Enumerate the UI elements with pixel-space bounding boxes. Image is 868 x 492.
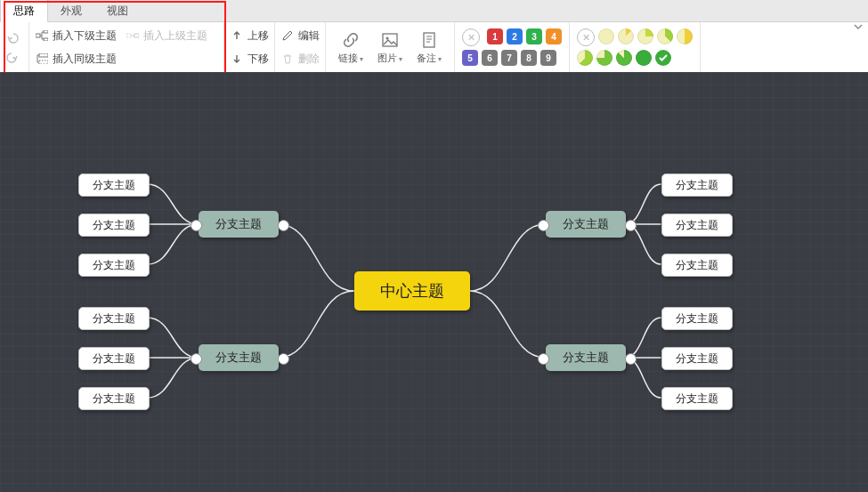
insert-parent-icon xyxy=(126,28,140,43)
collapse-handle[interactable] xyxy=(191,220,202,231)
note-label: 备注 xyxy=(417,52,436,63)
collapse-handle[interactable] xyxy=(191,353,202,365)
progress-50[interactable] xyxy=(677,28,693,44)
leaf-topic[interactable]: 分支主题 xyxy=(78,173,150,197)
trash-icon xyxy=(280,52,295,66)
image-label: 图片 xyxy=(377,52,397,63)
image-icon xyxy=(380,30,400,50)
priority-7[interactable]: 7 xyxy=(501,50,517,66)
collapse-handle[interactable] xyxy=(538,353,549,365)
insert-child-label: 插入下级主题 xyxy=(53,28,117,44)
progress-75[interactable] xyxy=(596,50,612,66)
toolbar-overflow[interactable] xyxy=(701,22,868,31)
branch-topic[interactable]: 分支主题 xyxy=(199,344,279,371)
move-down-button[interactable]: 下移 xyxy=(230,49,269,69)
leaf-topic[interactable]: 分支主题 xyxy=(661,387,733,410)
svg-point-8 xyxy=(386,36,389,39)
group-move: 上移 下移 xyxy=(224,22,275,72)
chevron-down-icon xyxy=(854,22,863,31)
insert-sibling-label: 插入同级主题 xyxy=(53,52,117,67)
group-priority: ✕ 1234 56789 xyxy=(455,22,570,72)
group-history xyxy=(0,22,29,72)
note-icon xyxy=(419,30,439,50)
edit-label: 编辑 xyxy=(298,28,320,44)
move-up-button[interactable]: 上移 xyxy=(230,26,269,45)
link-label: 链接 xyxy=(338,52,358,63)
move-down-label: 下移 xyxy=(247,52,269,67)
svg-rect-5 xyxy=(39,53,48,57)
collapse-handle[interactable] xyxy=(538,220,549,231)
collapse-handle[interactable] xyxy=(625,220,637,231)
priority-clear[interactable]: ✕ xyxy=(462,28,480,46)
leaf-topic[interactable]: 分支主题 xyxy=(78,347,150,370)
progress-done[interactable] xyxy=(655,50,671,66)
image-button[interactable]: 图片▾ xyxy=(370,26,410,69)
edit-button[interactable]: 编辑 xyxy=(280,26,320,45)
collapse-handle[interactable] xyxy=(278,353,289,365)
svg-rect-3 xyxy=(134,34,139,37)
insert-parent-button[interactable]: 插入上级主题 xyxy=(126,26,207,45)
center-topic[interactable]: 中心主题 xyxy=(354,271,470,311)
tab-style[interactable]: 外观 xyxy=(48,0,94,21)
group-insert: 插入下级主题 插入上级主题 插入同级主题 xyxy=(29,22,224,72)
leaf-topic[interactable]: 分支主题 xyxy=(78,387,150,410)
svg-rect-9 xyxy=(424,33,434,47)
pencil-icon xyxy=(280,28,295,43)
group-edit: 编辑 删除 xyxy=(275,22,326,72)
undo-icon xyxy=(5,30,20,44)
collapse-handle[interactable] xyxy=(625,353,637,365)
svg-rect-4 xyxy=(126,34,131,37)
redo-button[interactable] xyxy=(5,47,23,67)
svg-rect-6 xyxy=(39,60,48,64)
undo-button[interactable] xyxy=(5,28,23,47)
arrow-down-icon xyxy=(230,52,244,66)
note-button[interactable]: 备注▾ xyxy=(410,26,449,69)
priority-6[interactable]: 6 xyxy=(482,50,498,66)
group-attach: 链接▾ 图片▾ 备注▾ xyxy=(326,22,455,72)
mindmap-canvas[interactable]: 中心主题分支主题分支主题分支主题分支主题分支主题分支主题分支主题分支主题分支主题… xyxy=(0,72,868,492)
leaf-topic[interactable]: 分支主题 xyxy=(661,307,733,330)
leaf-topic[interactable]: 分支主题 xyxy=(661,173,733,197)
insert-parent-label: 插入上级主题 xyxy=(143,28,207,44)
delete-label: 删除 xyxy=(298,52,320,67)
insert-sibling-button[interactable]: 插入同级主题 xyxy=(35,49,218,69)
progress-25[interactable] xyxy=(637,28,653,44)
progress-100[interactable] xyxy=(636,50,652,66)
priority-3[interactable]: 3 xyxy=(526,28,542,44)
progress-62[interactable] xyxy=(577,50,593,66)
leaf-topic[interactable]: 分支主题 xyxy=(661,214,733,237)
svg-rect-1 xyxy=(44,30,48,33)
svg-rect-0 xyxy=(36,34,40,37)
link-icon xyxy=(341,30,361,50)
priority-5[interactable]: 5 xyxy=(462,50,478,66)
branch-topic[interactable]: 分支主题 xyxy=(199,211,279,238)
priority-9[interactable]: 9 xyxy=(540,50,556,66)
priority-1[interactable]: 1 xyxy=(487,28,503,44)
progress-12[interactable] xyxy=(618,28,634,44)
progress-clear[interactable]: ✕ xyxy=(577,28,595,46)
leaf-topic[interactable]: 分支主题 xyxy=(661,254,733,277)
progress-37[interactable] xyxy=(657,28,673,44)
leaf-topic[interactable]: 分支主题 xyxy=(78,307,150,330)
leaf-topic[interactable]: 分支主题 xyxy=(78,254,150,277)
tab-bar: 思路 外观 视图 xyxy=(0,0,868,22)
priority-8[interactable]: 8 xyxy=(521,50,537,66)
leaf-topic[interactable]: 分支主题 xyxy=(661,347,733,370)
branch-topic[interactable]: 分支主题 xyxy=(546,211,626,238)
tab-mind[interactable]: 思路 xyxy=(0,0,48,22)
group-progress: ✕ xyxy=(570,22,701,72)
svg-rect-7 xyxy=(383,34,397,46)
redo-icon xyxy=(5,50,20,64)
progress-0[interactable] xyxy=(598,28,614,44)
insert-child-button[interactable]: 插入下级主题 xyxy=(35,26,117,45)
branch-topic[interactable]: 分支主题 xyxy=(546,344,626,371)
delete-button[interactable]: 删除 xyxy=(280,49,320,69)
priority-2[interactable]: 2 xyxy=(507,28,523,44)
tab-view[interactable]: 视图 xyxy=(94,0,141,21)
collapse-handle[interactable] xyxy=(278,220,289,231)
priority-4[interactable]: 4 xyxy=(546,28,562,44)
leaf-topic[interactable]: 分支主题 xyxy=(78,214,150,237)
progress-87[interactable] xyxy=(616,50,632,66)
link-button[interactable]: 链接▾ xyxy=(331,26,370,69)
svg-rect-2 xyxy=(44,38,48,41)
